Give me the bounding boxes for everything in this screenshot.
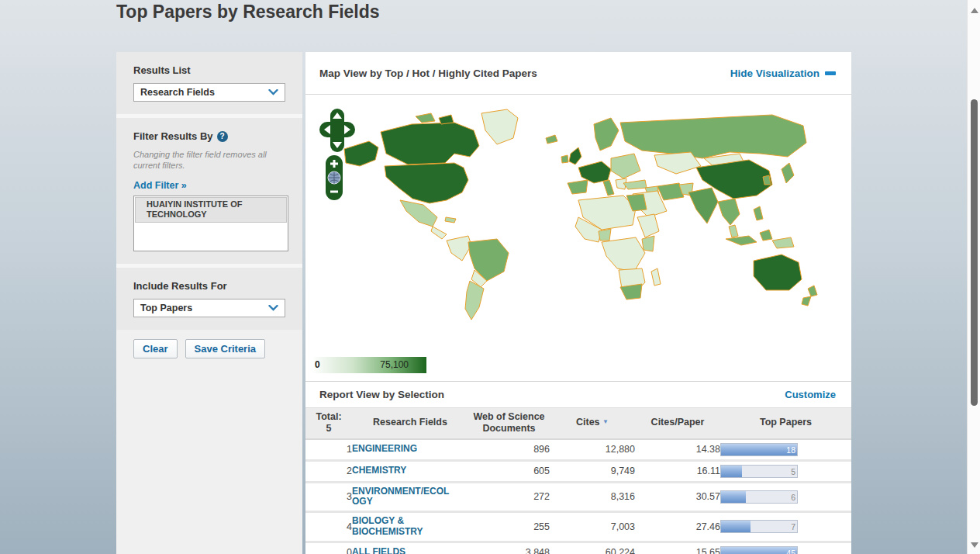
top-papers-bar: 5 (720, 465, 798, 478)
hide-visualization-link[interactable]: Hide Visualization (730, 68, 836, 79)
filter-label-text: Filter Results By (133, 130, 213, 142)
cites-cell: 7,003 (550, 512, 635, 542)
report-table: Total: 5 Research Fields Web of Science … (305, 407, 851, 554)
world-choropleth-map[interactable] (338, 109, 820, 335)
scroll-up-arrow-icon[interactable] (971, 8, 978, 13)
minus-icon (825, 71, 836, 75)
rank-cell: 2 (305, 460, 352, 482)
visualization-title: Map View by Top / Hot / Highly Cited Pap… (319, 68, 537, 79)
column-header-research-fields[interactable]: Research Fields (352, 408, 468, 439)
field-link[interactable]: ALL FIELDS (352, 547, 454, 554)
scrollbar-thumb[interactable] (971, 99, 978, 406)
include-results-label: Include Results For (133, 280, 285, 292)
clear-button[interactable]: Clear (133, 339, 178, 358)
include-results-section: Include Results For Top Papers (116, 268, 302, 330)
filter-section: Filter Results By? Changing the filter f… (116, 118, 302, 264)
rank-cell: 4 (305, 512, 352, 542)
column-header-cites[interactable]: Cites ▼ (550, 408, 635, 439)
report-view-header: Report View by Selection Customize (305, 381, 851, 407)
visualization-header: Map View by Top / Hot / Highly Cited Pap… (305, 52, 851, 95)
docs-cell: 3,848 (468, 542, 550, 554)
include-results-select[interactable]: Top Papers (133, 299, 285, 317)
filter-item[interactable]: HUAIYIN INSTITUTE OF TECHNOLOGY (135, 197, 287, 223)
legend-max-value: 75,100 (380, 359, 409, 370)
report-view-title: Report View by Selection (319, 389, 444, 400)
table-row: 1 ENGINEERING 896 12,880 14.38 18 (305, 439, 851, 461)
cites-cell: 12,880 (550, 439, 635, 461)
field-link[interactable]: ENGINEERING (352, 444, 454, 455)
docs-cell: 272 (468, 482, 550, 512)
cites-cell: 9,749 (550, 460, 635, 482)
total-header: Total: 5 (305, 408, 352, 439)
table-row: 3 ENVIRONMENT/ECOLOGY 272 8,316 30.57 6 (305, 482, 851, 512)
save-criteria-button[interactable]: Save Criteria (185, 339, 266, 358)
map-legend: 0 75,100 (305, 357, 851, 381)
field-link[interactable]: CHEMISTRY (352, 466, 454, 476)
table-row: 0 ALL FIELDS 3,848 60,224 15.65 45 (305, 542, 851, 554)
filter-listbox: HUAIYIN INSTITUTE OF TECHNOLOGY (133, 196, 288, 251)
field-link[interactable]: BIOLOGY & BIOCHEMISTRY (352, 516, 454, 538)
cites-per-paper-cell: 14.38 (635, 439, 720, 461)
cites-per-paper-cell: 27.46 (635, 512, 720, 542)
top-papers-bar: 6 (720, 490, 798, 504)
cites-per-paper-cell: 30.57 (635, 482, 720, 512)
docs-cell: 255 (468, 512, 550, 542)
hide-visualization-label: Hide Visualization (730, 68, 820, 79)
sort-desc-icon: ▼ (602, 418, 609, 425)
field-link[interactable]: ENVIRONMENT/ECOLOGY (352, 486, 454, 508)
criteria-actions: Clear Save Criteria (116, 330, 302, 368)
top-papers-value: 5 (791, 467, 795, 476)
results-list-select[interactable]: Research Fields (133, 83, 285, 102)
customize-link[interactable]: Customize (785, 389, 836, 400)
scroll-down-arrow-icon[interactable] (971, 542, 978, 548)
map-view (305, 95, 851, 357)
top-papers-bar: 45 (720, 546, 798, 554)
add-filter-link[interactable]: Add Filter » (133, 180, 187, 191)
page-title: Top Papers by Research Fields (116, 2, 380, 23)
table-row: 2 CHEMISTRY 605 9,749 16.11 5 (305, 460, 851, 482)
top-papers-bar: 7 (720, 520, 798, 533)
filter-note: Changing the filter field removes all cu… (133, 149, 281, 171)
column-header-top-papers[interactable]: Top Papers (720, 408, 851, 439)
results-list-selected-value: Research Fields (140, 87, 215, 98)
map-pan-control[interactable] (319, 109, 355, 152)
map-zoom-control[interactable] (326, 155, 343, 200)
top-papers-value: 18 (786, 445, 795, 455)
total-value: 5 (305, 423, 352, 435)
total-label: Total: (305, 411, 352, 424)
results-list-section: Results List Research Fields (116, 52, 302, 114)
include-results-selected-value: Top Papers (140, 303, 192, 313)
results-list-label: Results List (133, 64, 285, 76)
chevron-down-icon (268, 305, 278, 311)
criteria-sidebar: Results List Research Fields Filter Resu… (116, 52, 302, 554)
rank-cell: 1 (305, 439, 352, 461)
top-papers-value: 6 (791, 493, 795, 502)
filter-label: Filter Results By? (133, 130, 285, 142)
page-scrollbar (967, 0, 980, 554)
column-header-wos-documents[interactable]: Web of Science Documents (468, 408, 550, 439)
docs-cell: 896 (468, 439, 550, 461)
chevron-down-icon (268, 89, 278, 95)
column-header-cites-per-paper[interactable]: Cites/Paper (635, 408, 720, 439)
table-row: 4 BIOLOGY & BIOCHEMISTRY 255 7,003 27.46… (305, 512, 851, 542)
top-papers-bar: 18 (720, 443, 798, 456)
cites-cell: 8,316 (550, 482, 635, 512)
cites-label: Cites (576, 417, 600, 428)
rank-cell: 3 (305, 482, 352, 512)
cites-per-paper-cell: 15.65 (635, 542, 720, 554)
cites-per-paper-cell: 16.11 (635, 460, 720, 482)
table-header-row: Total: 5 Research Fields Web of Science … (305, 408, 851, 439)
cites-cell: 60,224 (550, 542, 635, 554)
report-panel: Map View by Top / Hot / Highly Cited Pap… (305, 52, 851, 554)
help-icon[interactable]: ? (217, 131, 228, 142)
top-papers-value: 7 (791, 522, 795, 531)
top-papers-value: 45 (786, 549, 795, 554)
legend-gradient-bar: 0 75,100 (313, 357, 426, 373)
rank-cell: 0 (305, 542, 352, 554)
docs-cell: 605 (468, 460, 550, 482)
legend-min-value: 0 (315, 359, 320, 370)
